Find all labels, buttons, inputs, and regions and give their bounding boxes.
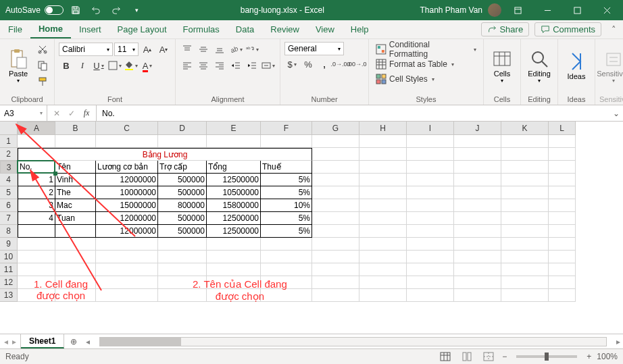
cell[interactable]: 10000000	[96, 186, 158, 199]
row-header-8[interactable]: 8	[0, 225, 18, 238]
paste-button[interactable]: Paste ▾	[4, 42, 32, 89]
add-sheet-icon[interactable]: ⊕	[64, 334, 83, 348]
cell[interactable]	[261, 276, 312, 289]
cell[interactable]	[454, 238, 501, 251]
expand-formula-bar-icon[interactable]: ⌄	[609, 105, 623, 121]
cell[interactable]	[359, 212, 407, 225]
cell[interactable]: 5%	[261, 174, 312, 186]
cell[interactable]	[55, 263, 96, 276]
cell[interactable]	[407, 212, 454, 225]
align-middle-icon[interactable]	[196, 42, 211, 57]
undo-icon[interactable]	[88, 2, 104, 18]
cell[interactable]: Tổng	[207, 161, 261, 174]
cell[interactable]: 15800000	[207, 199, 261, 212]
font-size-select[interactable]: 11▾	[114, 43, 139, 56]
bold-button[interactable]: B	[59, 58, 74, 73]
row-header-1[interactable]: 1	[0, 135, 18, 148]
cell[interactable]	[549, 199, 576, 212]
tab-view[interactable]: View	[307, 20, 343, 38]
cell[interactable]	[501, 263, 549, 276]
cell[interactable]	[407, 186, 454, 199]
increase-indent-icon[interactable]	[245, 58, 259, 73]
cell[interactable]: Mac	[55, 199, 96, 212]
wrap-text-icon[interactable]: ab	[245, 42, 259, 57]
minimize-icon[interactable]	[534, 0, 561, 20]
align-bottom-icon[interactable]	[212, 42, 227, 57]
accounting-format-icon[interactable]: $	[284, 57, 299, 72]
cell[interactable]	[312, 135, 359, 148]
zoom-level[interactable]: 100%	[597, 352, 618, 361]
cell[interactable]	[55, 251, 96, 263]
cell[interactable]	[18, 135, 55, 148]
merge-center-icon[interactable]	[261, 58, 276, 73]
row-header-10[interactable]: 10	[0, 251, 18, 263]
cell[interactable]	[312, 276, 359, 289]
share-button[interactable]: Share	[481, 22, 529, 36]
col-header-E[interactable]: E	[207, 122, 261, 135]
autosave-toggle[interactable]	[45, 5, 64, 15]
cell[interactable]	[55, 225, 96, 238]
increase-font-icon[interactable]: A▴	[140, 42, 155, 57]
cell[interactable]	[407, 263, 454, 276]
cell[interactable]	[158, 135, 207, 148]
page-layout-view-icon[interactable]	[459, 350, 475, 363]
cell[interactable]: 500000	[158, 174, 207, 186]
enter-formula-icon[interactable]: ✓	[65, 107, 78, 120]
cell[interactable]	[549, 135, 576, 148]
cell[interactable]	[407, 135, 454, 148]
cell[interactable]	[359, 161, 407, 174]
col-header-A[interactable]: A	[18, 122, 55, 135]
cell[interactable]	[549, 251, 576, 263]
tab-insert[interactable]: Insert	[71, 20, 109, 38]
cell[interactable]	[158, 289, 207, 302]
cell[interactable]	[96, 251, 158, 263]
cell[interactable]: 1	[18, 174, 55, 186]
hscroll-thumb[interactable]	[100, 338, 181, 346]
cell[interactable]	[454, 135, 501, 148]
ideas-button[interactable]: Ideas	[562, 42, 591, 89]
cell[interactable]	[96, 263, 158, 276]
col-header-L[interactable]: L	[549, 122, 576, 135]
close-icon[interactable]	[593, 0, 620, 20]
cell[interactable]	[359, 263, 407, 276]
cell[interactable]: 12500000	[207, 225, 261, 238]
cell[interactable]	[549, 148, 576, 161]
cell[interactable]	[158, 251, 207, 263]
cell[interactable]: 5%	[261, 225, 312, 238]
cell[interactable]	[312, 212, 359, 225]
cell[interactable]: 10%	[261, 199, 312, 212]
cell[interactable]: 12000000	[96, 174, 158, 186]
row-header-2[interactable]: 2	[0, 148, 18, 161]
underline-button[interactable]: U	[91, 58, 106, 73]
tab-page-layout[interactable]: Page Layout	[109, 20, 175, 38]
format-as-table-button[interactable]: Format as Table	[373, 57, 479, 72]
cell[interactable]	[312, 148, 359, 161]
cell[interactable]	[158, 238, 207, 251]
tab-data[interactable]: Data	[228, 20, 262, 38]
cell[interactable]	[454, 161, 501, 174]
cell[interactable]: 12500000	[207, 174, 261, 186]
number-format-select[interactable]: General▾	[284, 42, 344, 55]
cell[interactable]	[454, 148, 501, 161]
col-header-B[interactable]: B	[55, 122, 96, 135]
cell[interactable]: 500000	[158, 186, 207, 199]
editing-button[interactable]: Editing▾	[525, 42, 553, 89]
row-header-13[interactable]: 13	[0, 289, 18, 302]
cell[interactable]: Thuế	[261, 161, 312, 174]
cell[interactable]	[18, 238, 55, 251]
cell[interactable]	[501, 289, 549, 302]
cell[interactable]	[55, 135, 96, 148]
cell[interactable]	[18, 276, 55, 289]
cell[interactable]	[549, 263, 576, 276]
cell[interactable]: Tuan	[55, 212, 96, 225]
cell[interactable]: Tên	[55, 161, 96, 174]
cell[interactable]	[549, 276, 576, 289]
cell[interactable]	[549, 161, 576, 174]
cell[interactable]: 15000000	[96, 199, 158, 212]
cell[interactable]	[312, 161, 359, 174]
tab-home[interactable]: Home	[30, 20, 71, 38]
cell[interactable]	[501, 276, 549, 289]
insert-function-icon[interactable]: fx	[80, 107, 93, 120]
zoom-out-icon[interactable]: −	[502, 352, 507, 361]
cancel-formula-icon[interactable]: ✕	[50, 107, 64, 120]
